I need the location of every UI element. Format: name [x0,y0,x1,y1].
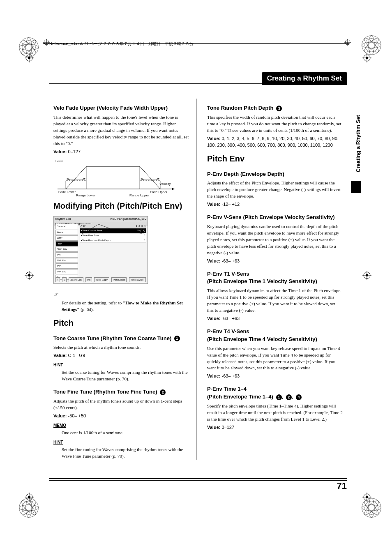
side-tab-label: Creating a Rhythm Set [355,115,361,172]
crop-mark-bot-right [357,493,386,522]
tone-coarse-hint: Set the coarse tuning for Waves comprisi… [62,369,189,382]
reg-mark [25,53,34,62]
ref-note: For details on the setting, refer to "Ho… [62,300,189,313]
title-rule [49,83,347,84]
svg-text:Level: Level [55,159,63,163]
tone-fine-hint: Set the fine tuning for Waves comprising… [62,447,189,460]
svg-point-11 [363,37,380,54]
page-number: 71 [337,481,347,491]
header-rule [43,43,349,44]
svg-point-22 [365,501,378,515]
svg-point-13 [363,37,380,54]
pitch-heading: Pitch [53,317,189,329]
penv-t1-body: This allows keyboard dynamics to affect … [207,288,343,314]
screenshot-button: Zoom Edit [69,277,83,283]
penv-time-heading: P-Env Time 1–4(Pitch Envelope Time 1–4) … [207,385,343,401]
penv-t4-heading: P-Env T4 V-Sens(Pitch Envelope Time 4 Ve… [207,328,343,343]
velo-fade-upper-value: Value: 0–127 [53,149,189,155]
tone-fine-heading: Tone Fine Tune (Rhythm Tone Fine Tune) 2 [53,388,189,396]
tone-coarse-value: Value: C-1– G9 [53,352,189,359]
tone-fine-memo: One cent is 1/100th of a semitone. [62,430,189,436]
penv-t4-value: Value: -63– +63 [207,373,343,380]
reg-mark [25,493,34,502]
screenshot-menu-item: Pitch [55,241,78,246]
reg-mark [43,39,50,46]
penv-t1-heading: P-Env T1 V-Sens(Pitch Envelope Time 1 Ve… [207,270,343,286]
screenshot-menu-item: Wave [55,230,78,235]
penv-depth-heading: P-Env Depth (Envelope Depth) [207,170,343,178]
memo-label: MEMO [53,423,66,429]
screenshot-button: Tone Copy [94,277,109,283]
svg-text:Range Lower: Range Lower [76,193,96,197]
screenshot-menu-item: TVF Env [55,258,78,263]
velo-fade-upper-body: This determines what will happen to the … [53,114,189,147]
svg-text:Range Upper: Range Upper [129,193,149,197]
ref-num-icon: 4 [296,394,302,400]
ref-num-icon: 1 [276,394,282,400]
ref-num-2-icon: 2 [160,389,166,395]
penv-time-value: Value: 0–127 [207,424,343,431]
penv-vsens-heading: P-Env V-Sens (Pitch Envelope Velocity Se… [207,214,343,221]
screenshot-menu-item: TVA [55,263,78,269]
side-tab-marker [351,181,361,193]
svg-point-35 [366,57,368,59]
penv-vsens-value: Value: -63– +63 [207,258,343,265]
svg-line-61 [66,166,86,189]
reg-mark [25,271,34,280]
penv-depth-value: Value: -12– +12 [207,201,343,208]
penv-vsens-body: Keyboard playing dynamics can be used to… [207,223,343,256]
tone-coarse-body: Selects the pitch at which a rhythm tone… [53,344,189,351]
screenshot-button: ↓ [62,277,67,283]
svg-point-43 [366,274,368,276]
svg-point-51 [366,496,368,498]
penv-t4-body: Use this parameter when you want key rel… [207,345,343,372]
screenshot-button: ↑ [55,277,60,283]
screenshot-menu-item: General [55,224,78,229]
tone-fine-value: Value: -50– +50 [53,413,189,419]
reg-mark [362,271,371,280]
screenshot-menu-item: TVF [55,252,78,258]
screenshot-menu-item: TVA Env [55,269,78,274]
velocity-fade-diagram: Level Velocity Fade Lower R [53,158,177,195]
running-header: Reference_e.book 71 ページ ２００３年７月１４日 月曜日 午… [49,41,347,47]
screenshot-button: Part Select [111,277,127,283]
ref-num-1-icon: 1 [174,336,180,341]
ref-num-icon: 2 [286,394,292,400]
screenshot-menu-item: WMT [55,235,78,241]
screenshot-menu-item: Pitch Env [55,246,78,252]
hint-label: HINT [53,362,63,368]
svg-point-8 [365,39,378,52]
screenshot-button: Tone Sw/Sel [129,277,146,283]
reg-mark [362,493,371,502]
tone-random-value: Value: 0, 1, 2, 3, 4, 5, 6, 7, 8, 9, 10,… [207,136,343,149]
modifying-pitch-heading: Modifying Pitch (Pitch/Pitch Env) [53,200,189,212]
editor-screenshot: Rhythm EditKBD Part [StandardKit1] A 0 1… [53,216,148,284]
svg-text:Velocity: Velocity [159,182,171,186]
svg-line-63 [140,166,160,189]
svg-text:Fade Upper: Fade Upper [150,190,168,194]
svg-point-1 [22,41,36,54]
svg-point-15 [22,501,36,515]
tone-random-heading: Tone Random Pitch Depth 3 [207,104,343,112]
tone-random-body: This specifies the width of random pitch… [207,114,343,134]
penv-depth-body: Adjusts the effect of the Pitch Envelope… [207,180,343,200]
reg-mark [362,53,371,62]
penv-time-body: Specify the pitch envelope times (Time 1… [207,403,343,423]
hand-pointer-icon: ☞ [53,290,59,299]
svg-point-39 [28,274,30,276]
screenshot-button: Init [85,277,92,283]
footer-rule-thin [49,480,347,481]
svg-text:Fade Lower: Fade Lower [58,190,76,194]
screenshot-param-row: ▸Tone Random Pitch Depth0 [80,238,146,243]
penv-t1-value: Value: -63– +63 [207,315,343,322]
pitch-env-heading: Pitch Env [207,153,343,165]
svg-point-47 [28,496,30,498]
svg-point-31 [28,57,30,59]
tone-coarse-heading: Tone Coarse Tune (Rhythm Tone Coarse Tun… [53,335,189,343]
footer-rule [49,478,347,479]
velo-fade-upper-heading: Velo Fade Upper (Velocity Fade Width Upp… [53,104,189,112]
hint-label: HINT [53,440,63,446]
tone-fine-body: Adjusts the pitch of the rhythm tone's s… [53,398,189,411]
crop-mark-top-right [357,31,386,60]
ref-num-3-icon: 3 [276,106,282,111]
